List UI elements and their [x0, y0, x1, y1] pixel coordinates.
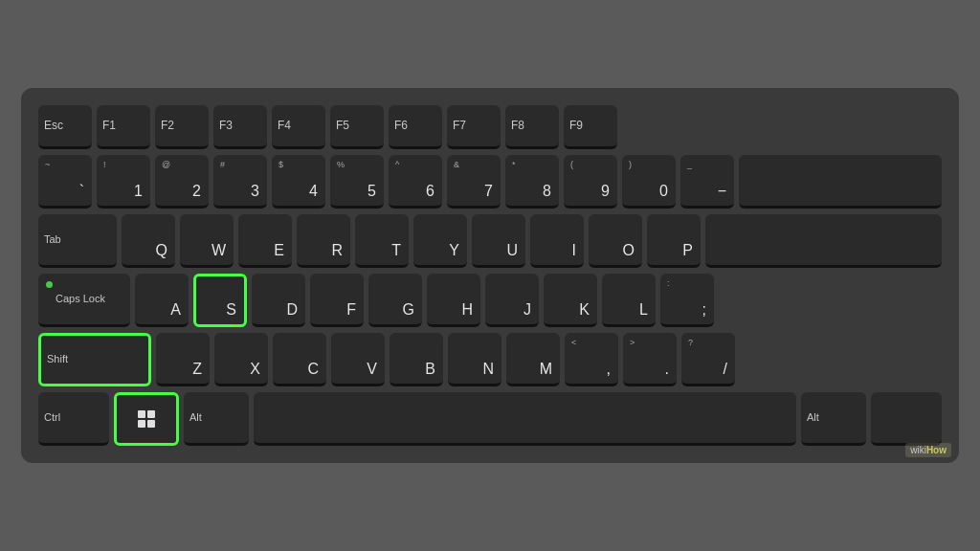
s-key[interactable]: S — [193, 274, 247, 327]
5-char: 5 — [368, 183, 376, 200]
enter-label — [705, 236, 717, 244]
p-key[interactable]: P — [647, 214, 701, 268]
t-key[interactable]: T — [355, 214, 409, 268]
y-char: Y — [449, 242, 459, 259]
ctrl-left-key[interactable]: Ctrl — [38, 392, 109, 446]
a-key[interactable]: A — [135, 274, 189, 327]
9-char: 9 — [601, 183, 610, 200]
x-key[interactable]: X — [214, 333, 268, 386]
l-char: L — [639, 301, 648, 319]
alt-right-label: Alt — [801, 408, 825, 428]
4-key[interactable]: $4 — [272, 155, 325, 209]
5-key[interactable]: %5 — [330, 155, 384, 209]
t-char: T — [391, 242, 401, 259]
f7-key[interactable]: F7 — [447, 105, 501, 149]
exclaim-char: ! — [103, 160, 106, 169]
o-char: O — [623, 242, 635, 259]
ctrl-right-key[interactable] — [871, 392, 942, 446]
capslock-key[interactable]: Caps Lock — [38, 274, 130, 327]
3-key[interactable]: #3 — [213, 155, 267, 209]
hash-char: # — [220, 160, 225, 169]
z-char: Z — [192, 361, 202, 378]
shift-left-key[interactable]: Shift — [38, 333, 151, 386]
f5-key[interactable]: F5 — [330, 105, 384, 149]
enter-key[interactable] — [705, 214, 942, 268]
9-key[interactable]: (9 — [564, 155, 617, 209]
d-key[interactable]: D — [252, 274, 305, 327]
minus-key[interactable]: _− — [680, 155, 734, 209]
f1-key[interactable]: F1 — [97, 105, 150, 149]
capslock-label: Caps Lock — [38, 289, 111, 309]
alt-right-key[interactable]: Alt — [801, 392, 866, 446]
f9-key[interactable]: F9 — [564, 105, 617, 149]
slash-key[interactable]: ?/ — [681, 333, 735, 386]
f8-label: F8 — [505, 115, 530, 136]
f-key[interactable]: F — [310, 274, 364, 327]
period-char: . — [665, 361, 669, 378]
6-key[interactable]: ^6 — [389, 155, 442, 209]
g-key[interactable]: G — [368, 274, 422, 327]
r-key[interactable]: R — [297, 214, 350, 268]
comma-key[interactable]: <, — [565, 333, 618, 386]
m-key[interactable]: M — [506, 333, 560, 386]
amp-char: & — [454, 160, 459, 169]
f8-key[interactable]: F8 — [505, 105, 559, 149]
b-key[interactable]: B — [390, 333, 443, 386]
n-char: N — [482, 361, 494, 378]
j-key[interactable]: J — [485, 274, 539, 327]
j-char: J — [523, 301, 531, 319]
1-char: 1 — [134, 183, 143, 200]
m-char: M — [540, 361, 552, 378]
n-key[interactable]: N — [448, 333, 501, 386]
fn-row: Esc F1 F2 F3 F4 F5 F6 F7 F8 F9 — [38, 105, 942, 149]
v-char: V — [367, 361, 377, 378]
esc-key[interactable]: Esc — [38, 105, 92, 149]
q-key[interactable]: Q — [122, 214, 175, 268]
q-char: Q — [156, 242, 167, 259]
spacebar-key[interactable] — [254, 392, 796, 446]
f1-label: F1 — [97, 115, 122, 136]
1-key[interactable]: !1 — [97, 155, 150, 209]
win-key[interactable] — [114, 392, 179, 446]
2-key[interactable]: @2 — [155, 155, 209, 209]
x-char: X — [250, 361, 260, 378]
c-char: C — [307, 361, 319, 378]
ctrl-right-label — [871, 414, 882, 422]
h-key[interactable]: H — [427, 274, 480, 327]
period-key[interactable]: >. — [623, 333, 677, 386]
v-key[interactable]: V — [331, 333, 385, 386]
semicolon-key[interactable]: :; — [660, 274, 714, 327]
alt-left-key[interactable]: Alt — [184, 392, 249, 446]
f4-label: F4 — [272, 115, 297, 136]
l-key[interactable]: L — [602, 274, 656, 327]
e-char: E — [274, 242, 284, 259]
dollar-char: $ — [278, 160, 283, 169]
backspace-key[interactable] — [739, 155, 942, 209]
k-key[interactable]: K — [544, 274, 597, 327]
o-key[interactable]: O — [589, 214, 642, 268]
f6-key[interactable]: F6 — [389, 105, 442, 149]
semicolon-char: ; — [702, 301, 706, 319]
capslock-indicator — [46, 281, 53, 288]
wikihow-badge: wikiHow — [905, 443, 951, 457]
y-key[interactable]: Y — [413, 214, 467, 268]
7-key[interactable]: &7 — [447, 155, 501, 209]
backspace-label — [739, 177, 750, 185]
windows-logo-icon — [138, 410, 155, 428]
w-key[interactable]: W — [180, 214, 234, 268]
z-key[interactable]: Z — [156, 333, 210, 386]
star-char: * — [512, 160, 516, 169]
a-char: A — [170, 301, 181, 319]
i-key[interactable]: I — [530, 214, 584, 268]
u-key[interactable]: U — [472, 214, 525, 268]
0-key[interactable]: )0 — [622, 155, 676, 209]
f3-key[interactable]: F3 — [213, 105, 267, 149]
8-key[interactable]: *8 — [505, 155, 559, 209]
e-key[interactable]: E — [238, 214, 292, 268]
f4-key[interactable]: F4 — [272, 105, 325, 149]
backtick-key[interactable]: ~` — [38, 155, 92, 209]
f2-key[interactable]: F2 — [155, 105, 209, 149]
c-key[interactable]: C — [273, 333, 326, 386]
tab-key[interactable]: Tab — [38, 214, 117, 268]
percent-char: % — [337, 160, 345, 169]
